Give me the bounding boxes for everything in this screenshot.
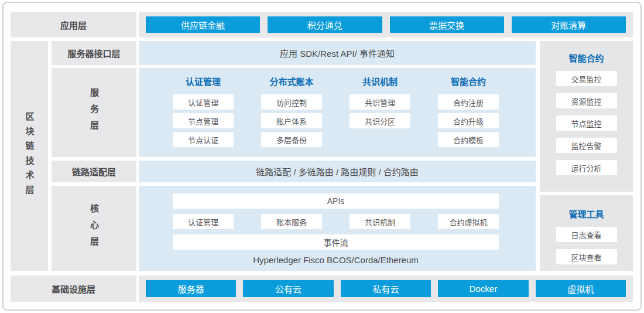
tools-panel-title: 管理工具	[568, 207, 604, 220]
app-item-points-exchange: 积分通兑	[268, 16, 382, 33]
service-item: 共识分区	[350, 113, 410, 128]
infrastructure-layer-strip: 服务器 公有云 私有云 Docker 虚拟机	[139, 275, 633, 302]
blockchain-tech-layer-label: 区块链技术层	[23, 112, 36, 200]
infrastructure-layer-label: 基础设施层	[11, 275, 136, 302]
service-layer-label: 服务层	[88, 88, 100, 137]
monitor-item: 监控告警	[556, 138, 617, 153]
core-platforms-caption: Hyperledger Fisco BCOS/Corda/Ethereum	[173, 255, 499, 265]
app-item-supply-chain-finance: 供应链金融	[146, 16, 260, 33]
service-column-title: 共识机制	[362, 76, 398, 88]
service-column-consensus: 共识机制 共识管理 共识分区	[350, 76, 410, 151]
core-item: 认证管理	[173, 214, 234, 229]
application-layer-strip: 供应链金融 积分通兑 票据交换 对账清算	[139, 12, 633, 38]
event-stream-bar: 事件流	[173, 234, 499, 250]
service-item: 节点管理	[173, 113, 234, 128]
infra-item-server: 服务器	[146, 280, 236, 297]
service-item: 多层备份	[261, 132, 322, 147]
service-column-auth: 认证管理 认证管理 节点管理 节点认证	[173, 76, 234, 151]
service-column-title: 分布式账本	[269, 76, 313, 88]
service-item: 合约升级	[438, 113, 499, 128]
apis-bar: APIs	[173, 193, 499, 209]
app-item-bill-exchange: 票据交换	[390, 16, 504, 33]
tools-item: 日志查看	[556, 227, 617, 242]
link-adapter-bar: 链路适配 / 多链路由 / 路由规则 / 合约路由	[139, 161, 536, 182]
tools-item: 区块查看	[556, 249, 617, 264]
blockchain-architecture-diagram: 应用层 供应链金融 积分通兑 票据交换 对账清算 区块链技术层 服务器接口层 服…	[0, 0, 644, 313]
monitor-item: 交易监控	[556, 71, 617, 86]
core-item: 合约虚拟机	[438, 214, 499, 229]
service-item: 合约注册	[438, 94, 499, 110]
service-column-title: 认证管理	[186, 76, 221, 88]
core-layer-label: 核心层	[88, 204, 100, 253]
service-item: 账户体系	[261, 113, 322, 128]
infra-item-public-cloud: 公有云	[243, 280, 333, 297]
application-layer-label: 应用层	[11, 12, 136, 38]
service-item: 认证管理	[173, 94, 234, 110]
infra-item-vm: 虚拟机	[536, 280, 626, 297]
core-item: 共识机制	[350, 214, 410, 229]
core-layer-label-box: 核心层	[52, 186, 136, 271]
service-layer-panel: 认证管理 认证管理 节点管理 节点认证 分布式账本 访问控制 账户体系 多层备份…	[139, 68, 536, 157]
sdk-api-bar: 应用 SDK/Rest API/ 事件通知	[139, 41, 536, 65]
service-layer-label-box: 服务层	[52, 68, 136, 157]
core-item: 账本服务	[261, 214, 322, 229]
monitor-item: 资源监控	[556, 93, 617, 108]
service-item: 合约模板	[438, 132, 499, 147]
interface-layer-label: 服务器接口层	[52, 41, 136, 65]
monitor-item: 节点监控	[556, 115, 617, 131]
service-item: 共识管理	[350, 94, 410, 110]
blockchain-tech-layer-rail: 区块链技术层	[11, 41, 48, 271]
monitor-panel-title: 智能合约	[568, 52, 604, 64]
core-layer-panel: APIs 认证管理 账本服务 共识机制 合约虚拟机 事件流 Hyperledge…	[139, 186, 536, 271]
service-column-title: 智能合约	[451, 76, 486, 88]
infra-item-private-cloud: 私有云	[341, 280, 431, 297]
service-item: 节点认证	[173, 132, 234, 147]
smart-contract-monitor-panel: 智能合约 交易监控 资源监控 节点监控 监控告警 运行分析	[540, 41, 633, 192]
management-tools-panel: 管理工具 日志查看 区块查看	[540, 195, 633, 271]
adapter-layer-label: 链路适配层	[52, 161, 136, 182]
service-column-contract: 智能合约 合约注册 合约升级 合约模板	[438, 76, 499, 151]
monitor-item: 运行分析	[556, 160, 617, 175]
service-column-ledger: 分布式账本 访问控制 账户体系 多层备份	[261, 76, 322, 151]
app-item-reconciliation: 对账清算	[512, 16, 626, 33]
infra-item-docker: Docker	[438, 280, 528, 297]
service-item: 访问控制	[261, 94, 322, 110]
